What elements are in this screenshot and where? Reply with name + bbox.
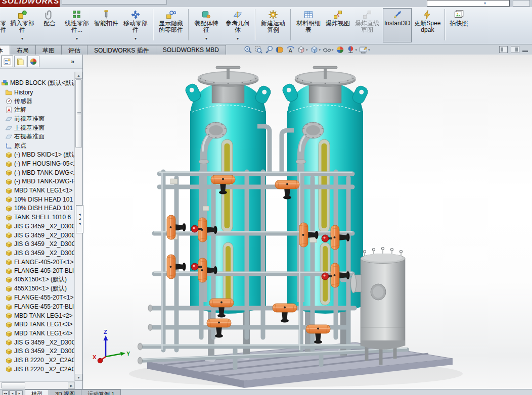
ribbon-tab-草图[interactable]: 草图 (35, 45, 62, 55)
study-tab-0[interactable]: 模型 (25, 389, 49, 395)
tree-item[interactable]: 10% DISH HEAD 101 (0, 195, 74, 204)
ribbon-tab-评估[interactable]: 评估 (61, 45, 87, 55)
tree-item[interactable]: FLANGE-455-20T-BLI (0, 302, 74, 311)
tank-right[interactable] (281, 66, 370, 356)
tree-item[interactable]: MBD TANK LEG1<4> (0, 329, 74, 338)
tree-horizontal-scrollbar[interactable]: ▶ (0, 381, 75, 389)
search-dropdown-icon[interactable]: ▾ (484, 1, 486, 6)
tree-item[interactable]: 455X150<1> (默认) (0, 284, 74, 293)
headsup-zoom-selection-button[interactable] (265, 45, 274, 54)
toolbar-button-exploded-view[interactable]: 爆炸视图 (324, 8, 351, 42)
study-nav-buttons[interactable]: ◂◂◂▸ (2, 390, 23, 395)
tree-item[interactable]: 传感器 (0, 96, 74, 106)
tree-item[interactable]: JIS G 3459 _X2_D30C (0, 239, 74, 249)
toolbar-button-insert-component[interactable]: 插入零部件▾ (7, 8, 38, 42)
ribbon-tab-solidworks-mbd[interactable]: SOLIDWORKS MBD (156, 45, 226, 55)
study-tab-1[interactable]: 3D 视图 (49, 389, 81, 395)
dropdown-arrow-icon[interactable]: ▾ (76, 37, 78, 41)
tree-item[interactable]: FLANGE-405-20T-BLI (0, 266, 74, 275)
tree-item[interactable]: 10% DISH HEAD 101 (0, 204, 74, 213)
tree-item[interactable]: JIS G 3459 _X2_D30C (0, 347, 74, 356)
tree-item[interactable]: JIS G 3459 _X2_D30C (0, 338, 74, 347)
headsup-zoom-fit-button[interactable] (244, 45, 252, 54)
panel-splitter-handle[interactable]: ◂◂◂ (76, 205, 83, 233)
tree-item[interactable]: (-) MBD TANK-DWG<1> (0, 168, 74, 177)
toolbar-button-assembly-feature[interactable]: 装配体特征▾ (191, 8, 222, 42)
headsup-edit-appearance-button[interactable] (336, 45, 344, 54)
collapse-right-pane-button[interactable] (511, 46, 519, 53)
scroll-right-icon[interactable]: ▶ (68, 382, 75, 389)
headsup-zoom-area-button[interactable] (254, 45, 263, 54)
dropdown-arrow-icon[interactable]: ▾ (332, 48, 334, 52)
toolbar-button-motion-study[interactable]: 新建运动算例 (257, 8, 289, 42)
tree-item[interactable]: JIS B 2220 _X2_C2AC (0, 356, 74, 365)
tree-item[interactable]: JIS B 2220 _X2_C2AC (0, 365, 74, 374)
dropdown-arrow-icon[interactable]: ▾ (237, 37, 239, 41)
tree-item[interactable]: 405X150<1> (默认) (0, 275, 74, 284)
dropdown-arrow-icon[interactable]: ▾ (135, 37, 137, 41)
scroll-up-icon[interactable]: ▲ (75, 72, 82, 79)
tree-item[interactable]: 前视基准面 (0, 115, 74, 124)
tree-item[interactable]: MBD TANK LEG1<3> (0, 320, 74, 329)
horizontal-scroll-thumb[interactable] (1, 382, 25, 388)
tree-item[interactable]: (-) MBD TANK-DWG-R< (0, 177, 74, 186)
collapse-left-pane-button[interactable] (499, 46, 508, 53)
toolbar-button-bom[interactable]: 材料明细表 (293, 8, 324, 42)
toolbar-button-speedpak[interactable]: 更新Speedpak (412, 8, 443, 42)
pane-divider-handle[interactable] (522, 51, 528, 52)
headsup-hide-show-items-button[interactable]: ▾ (323, 45, 334, 54)
tree-item[interactable]: A注解 (0, 106, 74, 115)
dropdown-arrow-icon[interactable]: ▾ (306, 48, 308, 52)
search-input[interactable]: ▾ (427, 0, 510, 7)
tree-item[interactable]: (-) MBD SKID<1> (默认) (0, 151, 74, 160)
viewport-canvas[interactable]: Z Y X (83, 55, 532, 389)
headsup-apply-scene-button[interactable]: ▾ (346, 45, 358, 54)
ribbon-tab-solidworks-插件[interactable]: SOLIDWORKS 插件 (87, 45, 156, 55)
tree-item[interactable]: 上视基准面 (0, 123, 74, 132)
headsup-view-settings-button[interactable]: ▾ (359, 45, 370, 54)
toolbar-button-move-component[interactable]: 移动零部件▾ (120, 8, 151, 42)
tree-item[interactable]: MBD TANK LEG1<2> (0, 311, 74, 320)
toolbar-button-snapshot[interactable]: 拍快照 (447, 8, 470, 42)
tree-item[interactable]: MBD TANK LEG1<1> (0, 186, 74, 195)
toolbar-button-reference-geometry[interactable]: 参考几何体▾ (222, 8, 253, 42)
displaymanager-tab[interactable] (27, 56, 39, 67)
headsup-section-view-button[interactable] (276, 45, 284, 54)
vertical-scroll-thumb[interactable] (75, 79, 82, 148)
ribbon-tab-装配体[interactable]: 装配体 (0, 45, 10, 55)
search-side-button[interactable] (513, 0, 530, 7)
graphics-viewport[interactable]: Z Y X (83, 55, 532, 389)
tree-item[interactable]: FLANGE-405-20T<1> (0, 258, 74, 267)
ribbon-tab-布局[interactable]: 布局 (10, 45, 36, 55)
dropdown-arrow-icon[interactable]: ▾ (368, 48, 370, 52)
dropdown-arrow-icon[interactable]: ▾ (356, 48, 358, 52)
tree-item[interactable]: JIS G 3459 _X2_D30C (0, 249, 74, 258)
tree-item[interactable]: JIS G 3459 _X2_D30C (0, 222, 74, 231)
configurationmanager-tab[interactable] (14, 56, 26, 67)
tank-left[interactable] (184, 66, 273, 356)
tree-item[interactable]: 原点 (0, 141, 74, 151)
scroll-down-icon[interactable]: ▼ (75, 374, 82, 381)
toolbar-button-mate[interactable]: 配合 (38, 8, 61, 42)
headsup-rotate-view-button[interactable]: A (286, 45, 295, 54)
toolbar-button-partial[interactable]: 零件 (0, 8, 7, 42)
tree-item[interactable]: TANK SHELL 1010 6 (0, 213, 74, 222)
headsup-display-style-button[interactable]: ▾ (310, 45, 321, 54)
tree-item[interactable]: MBD BLOCK (默认<默认_显 (0, 79, 74, 88)
tree-item[interactable]: FLANGE-455-20T<1> (0, 293, 74, 303)
tree-item[interactable]: 右视基准面 (0, 132, 74, 141)
headsup-view-orientation-button[interactable]: ▾ (297, 45, 308, 54)
featuremanager-tab[interactable] (1, 56, 13, 67)
tree-item[interactable]: JIS G 3459 _X2_D30C (0, 231, 74, 240)
dropdown-arrow-icon[interactable]: ▾ (21, 37, 23, 41)
dropdown-arrow-icon[interactable]: ▾ (319, 48, 321, 52)
toolbar-button-show-hidden[interactable]: 显示隐藏的零部件 (155, 8, 187, 42)
toolbar-button-instant3d[interactable]: Instant3D (383, 8, 412, 42)
tree-item[interactable]: (-) MF HOUSING-05<1> (0, 159, 74, 168)
dropdown-arrow-icon[interactable]: ▾ (205, 37, 207, 41)
study-tab-2[interactable]: 运动算例 1 (81, 389, 121, 395)
toolbar-button-smart-fastener[interactable]: 智能扣件 (93, 8, 120, 42)
panel-expand-chevron[interactable]: » (71, 58, 81, 65)
toolbar-button-linear-pattern[interactable]: 线性零部件...▾ (61, 8, 93, 42)
tree-item[interactable]: History (0, 88, 74, 97)
